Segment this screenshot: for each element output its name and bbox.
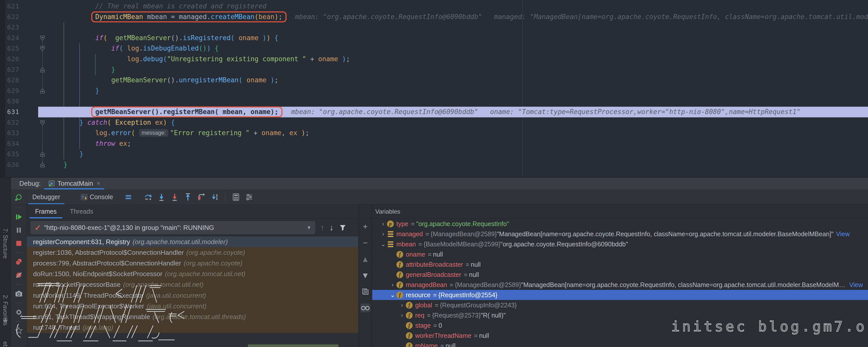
tree-chevron-icon[interactable]: ⌄ xyxy=(379,241,387,248)
variable-row[interactable]: foname=null xyxy=(372,249,868,259)
line-number[interactable]: 635 xyxy=(0,149,33,160)
layout-options-icon[interactable] xyxy=(124,193,132,201)
evaluate-expression-button[interactable] xyxy=(232,193,240,201)
fold-marker-icon[interactable] xyxy=(33,117,48,128)
tool-window-button-structure[interactable]: 7: Structure xyxy=(2,229,9,258)
variable-row[interactable]: ›fmanagedBean={ManagedBean@2589} "Manage… xyxy=(372,280,868,290)
variable-row[interactable]: ›ptype="org.apache.coyote.RequestInfo" xyxy=(372,219,868,229)
line-number[interactable]: 633 xyxy=(0,128,33,138)
line-number[interactable]: 629 xyxy=(0,85,33,96)
code-line[interactable]: 634 throw ex; xyxy=(0,138,868,149)
line-number[interactable]: 634 xyxy=(0,138,33,149)
step-out-button[interactable] xyxy=(184,193,192,201)
run-to-cursor-button[interactable] xyxy=(210,193,218,201)
code-line[interactable]: 623 xyxy=(0,22,868,33)
hide-frames-filter-button[interactable] xyxy=(339,223,347,232)
tree-chevron-icon[interactable]: ⌄ xyxy=(389,291,396,299)
step-into-button[interactable] xyxy=(157,193,165,201)
tab-console[interactable]: Console xyxy=(75,190,119,204)
stop-button[interactable] xyxy=(15,239,23,247)
force-step-into-button[interactable] xyxy=(170,193,179,201)
resume-button[interactable] xyxy=(15,213,23,221)
line-number[interactable]: 621 xyxy=(0,1,33,12)
line-number[interactable]: 630 xyxy=(0,96,33,107)
tab-threads[interactable]: Threads xyxy=(63,205,100,218)
line-number[interactable]: 623 xyxy=(0,22,33,33)
stack-frame-row[interactable]: process:799, AbstractProtocol$Connection… xyxy=(27,258,358,269)
tab-frames[interactable]: Frames xyxy=(29,205,63,218)
variable-row[interactable]: ›managed={ManagedBean@2589} "ManagedBean… xyxy=(372,229,868,239)
fold-marker-icon[interactable] xyxy=(33,160,48,170)
view-value-link[interactable]: View xyxy=(836,231,850,238)
close-tab-icon[interactable]: × xyxy=(97,180,100,187)
line-number[interactable]: 626 xyxy=(0,54,33,65)
variable-kind-icon: f xyxy=(396,291,403,299)
code-editor[interactable]: 621 // The real mbean is created and reg… xyxy=(0,0,868,177)
variable-row[interactable]: fattributeBroadcaster=null xyxy=(372,259,868,270)
drop-frame-button[interactable] xyxy=(197,193,205,201)
view-breakpoints-button[interactable] xyxy=(15,258,23,266)
code-line[interactable]: 636 } xyxy=(0,160,868,170)
remove-watch-button[interactable]: − xyxy=(360,238,370,247)
line-number[interactable]: 624 xyxy=(0,33,33,43)
view-value-link[interactable]: View xyxy=(849,281,863,288)
layout-settings-icon[interactable] xyxy=(245,193,253,201)
fold-marker-icon[interactable] xyxy=(33,85,48,96)
variable-value: {Request@2573} xyxy=(432,312,481,319)
fold-marker-icon[interactable] xyxy=(33,65,48,75)
variable-row[interactable]: frpName=null xyxy=(372,341,868,347)
line-number[interactable]: 622 xyxy=(0,12,33,22)
code-line[interactable]: 635 } xyxy=(0,149,868,160)
tree-chevron-icon[interactable]: › xyxy=(398,302,406,309)
pause-button[interactable] xyxy=(15,226,23,234)
variable-name: stage xyxy=(415,322,431,329)
tree-chevron-icon[interactable]: › xyxy=(379,220,387,228)
code-line[interactable]: 627 } xyxy=(0,65,868,75)
fold-marker-icon[interactable] xyxy=(33,149,48,160)
line-number[interactable]: 628 xyxy=(0,75,33,85)
tree-chevron-icon[interactable]: › xyxy=(389,281,396,288)
code-line[interactable]: 626 log.debug("Unregistering existing co… xyxy=(0,54,868,65)
next-frame-button[interactable]: ↓ xyxy=(330,223,334,233)
add-watch-button[interactable]: + xyxy=(360,222,370,231)
move-watch-down-button[interactable]: ▼ xyxy=(360,271,370,280)
tree-chevron-icon[interactable]: › xyxy=(379,231,387,238)
variable-row[interactable]: fgeneralBroadcaster=null xyxy=(372,270,868,280)
line-number[interactable]: 627 xyxy=(0,65,33,75)
code-line[interactable]: 629 } xyxy=(0,85,868,96)
variable-row[interactable]: ›fglobal={RequestGroupInfo@2243} xyxy=(372,300,868,310)
fold-marker-icon[interactable] xyxy=(33,33,48,43)
stack-frame-row[interactable]: registerComponent:631, Registry(org.apac… xyxy=(27,237,358,247)
thread-selector-dropdown[interactable]: ✓ "http-nio-8080-exec-1"@2,130 in group … xyxy=(31,221,315,234)
code-line[interactable]: 621 // The real mbean is created and reg… xyxy=(0,1,868,12)
stack-frame-row[interactable]: register:1036, AbstractProtocol$Connecti… xyxy=(27,247,358,258)
line-number[interactable]: 632 xyxy=(0,117,33,128)
line-number[interactable]: 636 xyxy=(0,160,33,170)
show-watches-in-variables-button[interactable] xyxy=(360,303,370,312)
code-line[interactable]: 631 getMBeanServer().registerMBean( mbea… xyxy=(0,107,868,117)
code-line[interactable]: 633 log.error( message:"Error registerin… xyxy=(0,128,868,138)
gutter-fold-column xyxy=(33,128,48,138)
tree-chevron-icon[interactable]: › xyxy=(398,312,406,319)
line-number[interactable]: 625 xyxy=(0,43,33,54)
stack-frame-row[interactable]: doRun:1500, NioEndpoint$SocketProcessor(… xyxy=(27,269,358,279)
step-over-button[interactable] xyxy=(144,193,152,201)
code-line[interactable]: 632 } catch( Exception ex) { xyxy=(0,117,868,128)
code-line[interactable]: 628 getMBeanServer().unregisterMBean( on… xyxy=(0,75,868,85)
variable-row[interactable]: ⌄mbean={BaseModelMBean@2599} "org.apache… xyxy=(372,239,868,249)
code-line[interactable]: 625 if( log.isDebugEnabled()) { xyxy=(0,43,868,54)
line-number[interactable]: 631 xyxy=(0,107,33,117)
run-config-tab[interactable]: TomcatMain × xyxy=(44,178,104,189)
code-line[interactable]: 624 if( getMBeanServer().isRegistered( o… xyxy=(0,33,868,43)
fold-marker-icon[interactable] xyxy=(33,43,48,54)
variable-row[interactable]: ⌄fresource={RequestInfo@2554} xyxy=(372,290,868,300)
move-watch-up-button[interactable]: ▲ xyxy=(360,254,370,264)
tab-frames-label: Frames xyxy=(35,208,57,215)
previous-frame-button[interactable]: ↑ xyxy=(320,223,324,233)
tab-debugger[interactable]: Debugger xyxy=(27,190,66,204)
rerun-button[interactable] xyxy=(14,193,22,201)
code-line[interactable]: 622 DynamicMBean mbean = managed.createM… xyxy=(0,12,868,22)
duplicate-watch-button[interactable] xyxy=(360,287,370,296)
mute-breakpoints-button[interactable] xyxy=(15,271,23,279)
code-line[interactable]: 630 xyxy=(0,96,868,107)
